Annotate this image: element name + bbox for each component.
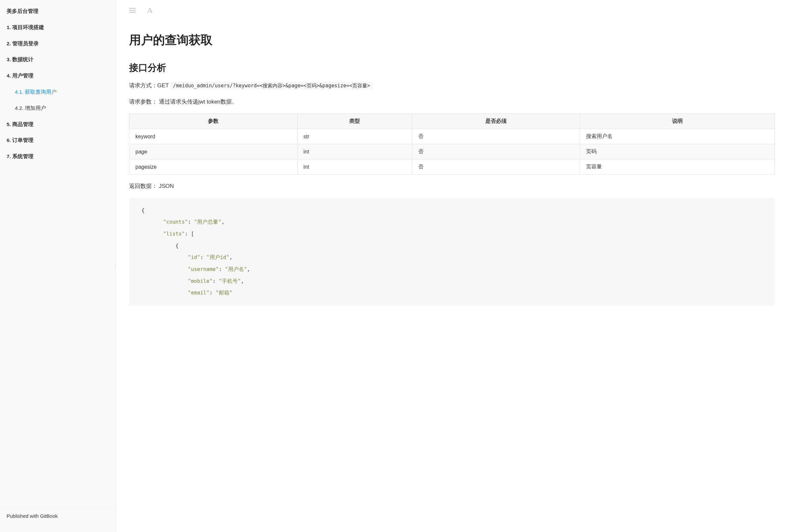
request-method-label: 请求方式：GET — [129, 82, 170, 89]
request-url-code: /meiduo_admin/users/?keyword=<搜索内容>&page… — [170, 82, 373, 90]
page-title: 用户的查询获取 — [129, 32, 775, 48]
sidebar-item-admin-login[interactable]: 2. 管理员登录 — [0, 36, 116, 52]
cell-required: 否 — [412, 129, 580, 144]
sidebar-item-product-mgmt[interactable]: 5. 商品管理 — [0, 117, 116, 133]
main-content: A 用户的查询获取 接口分析 请求方式：GET /meiduo_admin/us… — [116, 0, 788, 532]
sidebar: 美多后台管理 1. 项目环境搭建 2. 管理员登录 3. 数据统计 4. 用户管… — [0, 0, 116, 532]
th-required: 是否必须 — [412, 114, 580, 129]
menu-icon[interactable] — [129, 6, 136, 15]
cell-desc: 页容量 — [580, 160, 775, 175]
cell-required: 否 — [412, 160, 580, 175]
table-header-row: 参数 类型 是否必须 说明 — [130, 114, 775, 129]
cell-param: pagesize — [130, 160, 298, 175]
cell-required: 否 — [412, 144, 580, 160]
response-label: 返回数据： JSON — [129, 181, 775, 191]
table-row: page int 否 页码 — [130, 144, 775, 160]
response-code-block: { "counts": "用户总量", "lists": [ { "id": "… — [129, 198, 775, 306]
toolbar: A — [129, 0, 775, 19]
cell-param: page — [130, 144, 298, 160]
cell-type: int — [297, 160, 412, 175]
gitbook-link[interactable]: Published with GitBook — [0, 507, 116, 532]
sidebar-item-user-mgmt[interactable]: 4. 用户管理 — [0, 68, 116, 84]
sidebar-resize-handle[interactable]: ······ — [115, 264, 116, 268]
sidebar-item-order-mgmt[interactable]: 6. 订单管理 — [0, 132, 116, 148]
sidebar-item-add-user[interactable]: 4.2. 增加用户 — [0, 100, 116, 117]
sidebar-item-project-setup[interactable]: 1. 项目环境搭建 — [0, 20, 116, 36]
sidebar-item-system-mgmt[interactable]: 7. 系统管理 — [0, 148, 116, 165]
cell-desc: 搜索用户名 — [580, 129, 775, 144]
sidebar-item-data-stats[interactable]: 3. 数据统计 — [0, 52, 116, 68]
section-interface-analysis: 接口分析 — [129, 62, 775, 74]
th-desc: 说明 — [580, 114, 775, 129]
sidebar-nav: 美多后台管理 1. 项目环境搭建 2. 管理员登录 3. 数据统计 4. 用户管… — [0, 0, 116, 507]
table-row: pagesize int 否 页容量 — [130, 160, 775, 175]
cell-type: int — [297, 144, 412, 160]
sidebar-item-query-users[interactable]: 4.1. 获取查询用户 — [0, 84, 116, 100]
th-param: 参数 — [130, 114, 298, 129]
sidebar-title[interactable]: 美多后台管理 — [0, 3, 116, 20]
table-row: keyword str 否 搜索用户名 — [130, 129, 775, 144]
cell-param: keyword — [130, 129, 298, 144]
cell-type: str — [297, 129, 412, 144]
request-method-line: 请求方式：GET /meiduo_admin/users/?keyword=<搜… — [129, 81, 775, 91]
th-type: 类型 — [297, 114, 412, 129]
params-table: 参数 类型 是否必须 说明 keyword str 否 搜索用户名 page i… — [129, 114, 775, 175]
cell-desc: 页码 — [580, 144, 775, 160]
font-icon[interactable]: A — [147, 6, 153, 15]
request-params-label: 请求参数： 通过请求头传递jwt token数据。 — [129, 97, 775, 107]
